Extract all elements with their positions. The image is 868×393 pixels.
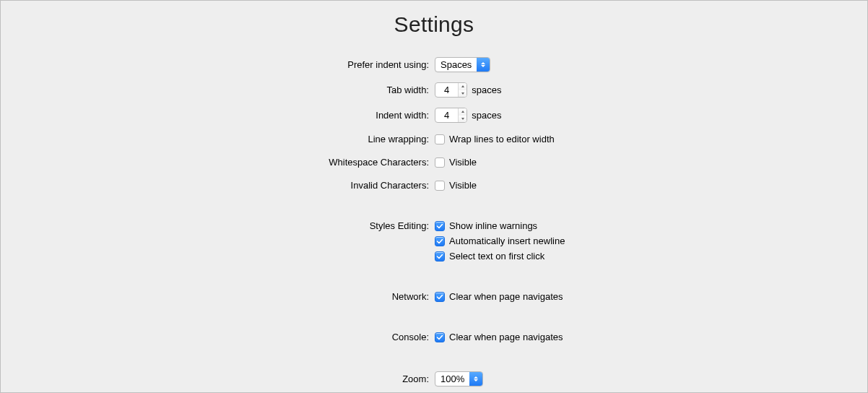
page-title: Settings	[1, 12, 867, 37]
tab-width-value: 4	[435, 83, 458, 97]
zoom-value: 100%	[435, 372, 469, 386]
styles-auto-newline-text: Automatically insert newline	[449, 235, 565, 248]
label-tab-width: Tab width:	[1, 84, 435, 97]
indent-width-value: 4	[435, 108, 458, 122]
stepper-down-icon[interactable]	[459, 116, 466, 123]
stepper-up-icon[interactable]	[459, 83, 466, 90]
styles-select-first-click-text: Select text on first click	[449, 250, 544, 263]
invalid-text: Visible	[449, 179, 477, 192]
styles-inline-warnings-text: Show inline warnings	[449, 220, 537, 233]
console-clear-text: Clear when page navigates	[449, 331, 563, 344]
line-wrapping-text: Wrap lines to editor width	[449, 133, 555, 146]
indent-width-stepper[interactable]: 4	[435, 108, 467, 123]
line-wrapping-checkbox[interactable]: Wrap lines to editor width	[435, 133, 555, 146]
stepper-up-icon[interactable]	[459, 108, 466, 116]
indent-using-select[interactable]: Spaces	[435, 57, 490, 72]
label-indent-using: Prefer indent using:	[1, 59, 435, 72]
label-console: Console:	[1, 331, 435, 344]
whitespace-checkbox[interactable]: Visible	[435, 156, 477, 169]
label-line-wrapping: Line wrapping:	[1, 133, 435, 146]
styles-inline-warnings-checkbox[interactable]: Show inline warnings	[435, 220, 537, 233]
whitespace-text: Visible	[449, 156, 477, 169]
label-invalid: Invalid Characters:	[1, 179, 435, 192]
settings-form: Prefer indent using: Spaces Tab width: 4…	[1, 57, 867, 386]
stepper-down-icon[interactable]	[459, 90, 466, 98]
indent-using-value: Spaces	[435, 58, 477, 72]
console-clear-checkbox[interactable]: Clear when page navigates	[435, 331, 563, 344]
indent-width-suffix: spaces	[472, 109, 501, 122]
network-clear-text: Clear when page navigates	[449, 290, 563, 303]
label-styles-editing: Styles Editing:	[1, 220, 435, 233]
chevron-up-down-icon	[469, 372, 482, 386]
zoom-select[interactable]: 100%	[435, 371, 483, 386]
label-network: Network:	[1, 290, 435, 303]
label-zoom: Zoom:	[1, 373, 435, 386]
styles-auto-newline-checkbox[interactable]: Automatically insert newline	[435, 235, 565, 248]
label-whitespace: Whitespace Characters:	[1, 156, 435, 169]
tab-width-stepper[interactable]: 4	[435, 82, 467, 98]
network-clear-checkbox[interactable]: Clear when page navigates	[435, 290, 563, 303]
label-indent-width: Indent width:	[1, 109, 435, 122]
tab-width-suffix: spaces	[472, 84, 501, 97]
invalid-checkbox[interactable]: Visible	[435, 179, 477, 192]
styles-select-first-click-checkbox[interactable]: Select text on first click	[435, 250, 544, 263]
chevron-up-down-icon	[477, 58, 490, 72]
